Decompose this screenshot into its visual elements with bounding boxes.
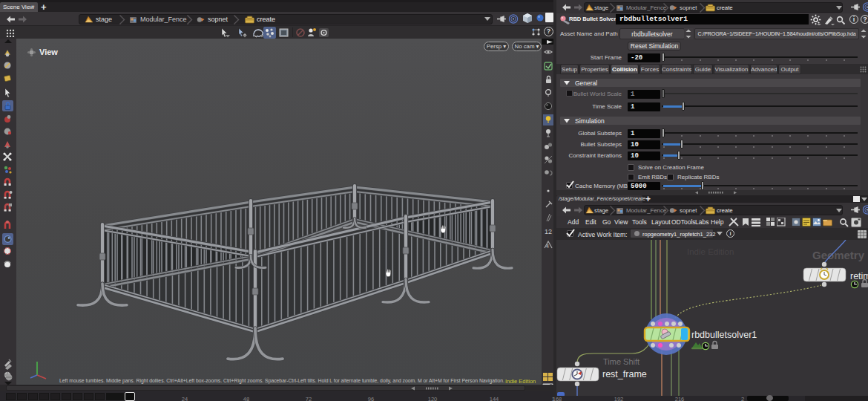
svg-text:Time Shift: Time Shift (603, 357, 640, 366)
svg-text:Indie Edition: Indie Edition (687, 247, 734, 256)
svg-text:rbdbulletsolver1: rbdbulletsolver1 (691, 330, 757, 340)
svg-text:rest_frame: rest_frame (602, 369, 647, 379)
svg-text:Geometry: Geometry (812, 249, 865, 261)
